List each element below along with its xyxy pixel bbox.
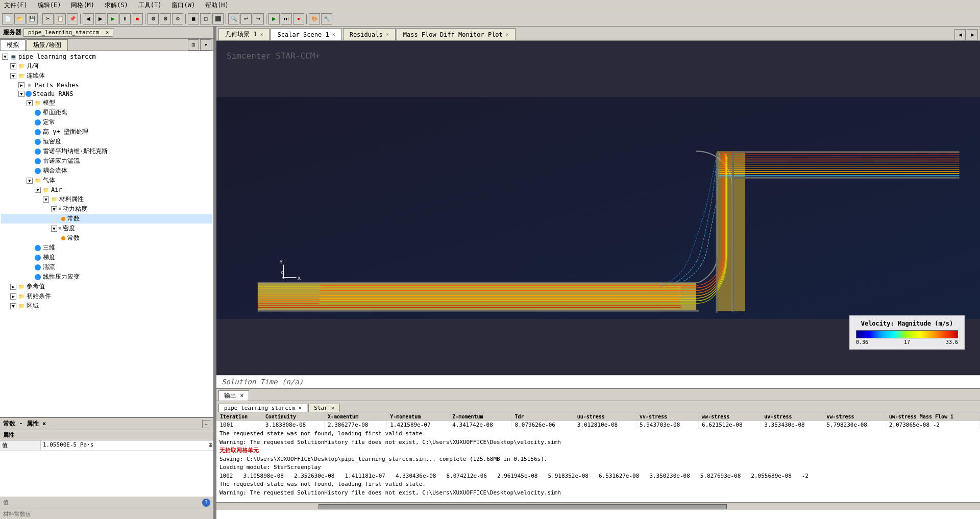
tree-rans[interactable]: ▼ Steadu RANS — [1, 90, 212, 98]
menu-tools[interactable]: 工具(T) — [136, 1, 164, 10]
tree-3d[interactable]: 三维 — [1, 243, 212, 253]
toolbar-pause[interactable]: ⏸ — [119, 13, 131, 24]
toolbar-play[interactable]: ▶ — [268, 13, 280, 24]
tree-dynamic-visc[interactable]: ▼ ✖ 动力粘度 — [1, 204, 212, 214]
tree-expand-btn[interactable]: ⊞ — [188, 39, 199, 51]
tree-const-density[interactable]: 恒密度 — [1, 137, 212, 146]
toolbar-extra2[interactable]: 🔧 — [321, 13, 332, 24]
props-help-btn[interactable]: ? — [202, 499, 210, 507]
col-ww-stress: ww-stress — [699, 413, 761, 421]
toolbar-cut[interactable]: ✂ — [42, 13, 54, 24]
tree-air[interactable]: ▼ 📁 Air — [1, 185, 212, 194]
tree-expand-geometry[interactable]: ▼ — [10, 63, 16, 69]
tree-gas[interactable]: ▼ 📁 气体 — [1, 176, 212, 185]
tab-nav-left[interactable]: ◀ — [954, 29, 966, 40]
toolbar-copy[interactable]: 📋 — [55, 13, 66, 24]
tab-scene-plot[interactable]: 场景/绘图 — [27, 39, 68, 51]
tree-turbulence[interactable]: 湍流 — [1, 262, 212, 272]
tree-expand-model[interactable]: ▼ — [27, 100, 33, 106]
tree-continuum[interactable]: ▼ 📁 连续体 — [1, 71, 212, 81]
tree-expand-gas[interactable]: ▼ — [27, 178, 33, 184]
tree-reynolds-stress[interactable]: 雷诺应力湍流 — [1, 156, 212, 166]
tree-geometry[interactable]: ▼ 📁 几何 — [1, 61, 212, 71]
toolbar-mesh3[interactable]: ⚙ — [172, 13, 183, 24]
tree-expand-ref[interactable]: ▶ — [10, 284, 16, 290]
toolbar-view1[interactable]: ◼ — [188, 13, 199, 24]
tree-expand-init[interactable]: ▶ — [10, 293, 16, 300]
toolbar-view2[interactable]: ◻ — [200, 13, 211, 24]
toolbar-step[interactable]: ⏭ — [281, 13, 292, 24]
toolbar-mesh2[interactable]: ⚙ — [160, 13, 171, 24]
tree-wall-treatment[interactable]: 高 y+ 壁面处理 — [1, 127, 212, 137]
tree-expand-air[interactable]: ▼ — [35, 187, 41, 193]
tree-material-props[interactable]: ▼ 📁 材料属性 — [1, 194, 212, 204]
tree-expand-root[interactable]: ▼ — [2, 54, 8, 60]
toolbar-scene2[interactable]: ↩ — [240, 13, 252, 24]
tree-linear-stress[interactable]: 线性压力应变 — [1, 272, 212, 282]
service-tab-close[interactable]: × — [106, 29, 109, 36]
toolbar-scene1[interactable]: 🔍 — [228, 13, 239, 24]
toolbar-forward[interactable]: ▶ — [95, 13, 106, 24]
tree-const-dynvisc[interactable]: 常数 — [1, 214, 212, 224]
toolbar-stop[interactable]: ■ — [132, 13, 143, 24]
toolbar-scene3[interactable]: ↪ — [253, 13, 264, 24]
tree-steady[interactable]: 定常 — [1, 117, 212, 127]
menu-solve[interactable]: 求解(S) — [103, 1, 130, 10]
tab-scalar-scene[interactable]: Scalar Scene 1 × — [271, 28, 341, 40]
tree-model[interactable]: ▼ 📁 模型 — [1, 98, 212, 108]
menu-file[interactable]: 文件(F) — [2, 1, 30, 10]
tree-init-cond[interactable]: ▶ 📁 初始条件 — [1, 291, 212, 301]
tree-const-density2[interactable]: 常数 — [1, 233, 212, 243]
tree-wall-dist[interactable]: 壁面距离 — [1, 108, 212, 117]
toolbar-run[interactable]: ▶ — [107, 13, 118, 24]
tab-output[interactable]: 输出 × — [218, 390, 249, 401]
menu-help[interactable]: 帮助(H) — [203, 1, 231, 10]
tree-reynolds[interactable]: 雷诺平均纳维·斯托克斯 — [1, 146, 212, 156]
menu-mesh[interactable]: 网格(M) — [69, 1, 96, 10]
tab-massflow-close[interactable]: × — [506, 32, 509, 37]
tree-region[interactable]: ▼ 📁 区域 — [1, 301, 212, 311]
tree-expand-rans[interactable]: ▼ — [18, 91, 24, 97]
tab-geometry-scene[interactable]: 几何场景 1 × — [218, 28, 270, 40]
tree-options-btn[interactable]: ▾ — [200, 39, 211, 51]
console-tab-pipe[interactable]: pipe_learning_starccm × — [218, 404, 307, 412]
tab-geometry-close[interactable]: × — [260, 32, 263, 37]
menu-edit[interactable]: 编辑(E) — [36, 1, 63, 10]
tab-residuals-close[interactable]: × — [386, 32, 389, 37]
tab-residuals[interactable]: Residuals × — [343, 28, 396, 40]
tab-mass-flow[interactable]: Mass Flow Diff Monitor Plot × — [397, 28, 516, 40]
props-expand-btn[interactable]: ⊞ — [208, 440, 213, 450]
scrollbar-thumb[interactable] — [318, 504, 727, 509]
scrollbar-horizontal[interactable] — [216, 502, 980, 510]
service-tab[interactable]: pipe_learning_starccm × — [23, 28, 113, 37]
scene-area[interactable]: Simcenter STAR-CCM+ — [216, 41, 980, 375]
toolbar-extra1[interactable]: 🎨 — [309, 13, 320, 24]
tree-expand-continuum[interactable]: ▼ — [10, 73, 16, 79]
tree-coupled-flow[interactable]: 耦合流体 — [1, 166, 212, 176]
tree-expand-material[interactable]: ▼ — [43, 196, 49, 203]
tree-parts-meshes[interactable]: ▶ ⊞ Parts Meshes — [1, 81, 212, 90]
toolbar-new[interactable]: 📄 — [2, 13, 13, 24]
tree-expand-dynvisc[interactable]: ▼ — [51, 206, 57, 212]
tree-root[interactable]: ▼ 💻 pipe_learning_starccm — [1, 52, 212, 61]
tree-expand-region[interactable]: ▼ — [10, 303, 16, 309]
console-tab-star[interactable]: Star × — [308, 404, 340, 412]
toolbar-mesh1[interactable]: ⚙ — [148, 13, 159, 24]
toolbar-open[interactable]: 📂 — [14, 13, 26, 24]
tree-expand-parts[interactable]: ▶ — [18, 82, 24, 88]
toolbar-back[interactable]: ◀ — [83, 13, 94, 24]
menu-window[interactable]: 窗口(W) — [169, 1, 197, 10]
tree-expand-density[interactable]: ▼ — [51, 226, 57, 232]
output-content[interactable]: Iteration Continuity X-momentum Y-moment… — [216, 412, 980, 502]
toolbar-view3[interactable]: ⬛ — [212, 13, 224, 24]
tree-gradient[interactable]: 梯度 — [1, 253, 212, 262]
tree-density[interactable]: ▼ ✖ 密度 — [1, 224, 212, 233]
toolbar-save[interactable]: 💾 — [27, 13, 38, 24]
props-minus-btn[interactable]: − — [202, 420, 210, 428]
tab-nav-right[interactable]: ▶ — [967, 29, 978, 40]
toolbar-paste[interactable]: 📌 — [67, 13, 78, 24]
toolbar-record[interactable]: ● — [293, 13, 304, 24]
tab-simulate[interactable]: 模拟 — [0, 39, 26, 51]
tree-ref-values[interactable]: ▶ 📁 参考值 — [1, 282, 212, 291]
tab-scalar-close[interactable]: × — [332, 32, 335, 37]
